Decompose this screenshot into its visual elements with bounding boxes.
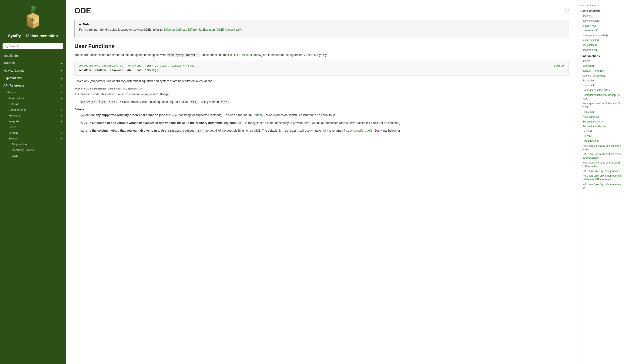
classify-code: classify_ode(eq, f(x))	[167, 129, 206, 133]
toc-nth-linear-const-hom[interactable]: NthLinearConstantCoeffHomogeneous	[580, 144, 621, 152]
nav-tutorials[interactable]: Tutorials ▸	[0, 59, 66, 67]
eq-code3: eq	[237, 121, 243, 125]
toc-infinitesimals[interactable]: infinitesimals()	[580, 38, 621, 43]
sidebar-title: SymPy 1.12 documentation	[8, 34, 58, 38]
nav-basics[interactable]: Basics ▾	[0, 89, 66, 96]
dsolve-signature: sympy.solvers.ode.dsolve(eq, func=None, …	[75, 61, 569, 76]
user-functions-heading: User Functions	[75, 43, 569, 50]
svg-point-9	[32, 7, 33, 7]
hint-functions-link[interactable]: Hint Functions	[233, 53, 252, 56]
fx-code: f(x)	[190, 100, 198, 104]
nav-integrals[interactable]: Integrals ▸	[0, 118, 66, 124]
nav-simplify[interactable]: Simplify ▸	[0, 130, 66, 136]
nav-installation[interactable]: Installation	[0, 52, 66, 59]
toc-firstexact[interactable]: FirstExact	[580, 83, 621, 88]
code-green-1: sympy.solvers.ode.dsolve(eq, func=None, …	[78, 64, 195, 67]
fx-detail: f(x)	[79, 121, 88, 125]
table-of-contents: ON THIS PAGE User Functions dsolve() dso…	[577, 0, 624, 364]
import-code: from sympy import *	[167, 53, 200, 57]
ode-code: ode	[171, 114, 178, 117]
toc-bernoulli[interactable]: Bernoulli	[580, 129, 621, 134]
nav-inequality-solvers[interactable]: Inequality Solvers	[0, 147, 66, 153]
toc-hom-coeff-subs-indep[interactable]: HomogeneousCoeffSubsIndepDivDep	[580, 101, 621, 110]
toc-hom-coeff-subs-dep[interactable]: HomogeneousCoeffSubsDepDivIndep	[580, 93, 621, 101]
page-title: ODE	[75, 6, 569, 15]
toc-constant-renumber[interactable]: constant_renumber()	[580, 68, 621, 73]
zero-code: 0	[332, 114, 336, 117]
toc-ode-sol-simplicity[interactable]: ode_sol_simplicity()	[580, 73, 621, 78]
hint-detail: hint	[79, 129, 88, 133]
single-ode-label: FOR SINGLE ORDINARY DIFFERENTIAL EQUATIO…	[75, 87, 569, 90]
toc-user-functions-label: User Functions	[580, 9, 621, 13]
toc-nth-linear-const-var[interactable]: NthLinearConstantCoeffVariationOfParamet…	[580, 160, 621, 169]
code-line2: ics=None, xi=None, eta=None, x0=0, n=6, …	[78, 69, 160, 72]
equality-link[interactable]: Equality	[253, 113, 263, 117]
toc-classify-ode[interactable]: classify_ode()	[580, 23, 621, 28]
source-link[interactable]: [source]	[552, 64, 566, 68]
search-icon: 🔍	[5, 45, 8, 48]
toc-factorable[interactable]: Factorable	[580, 78, 621, 83]
nav-how-to-guides[interactable]: How-to Guides ▸	[0, 67, 66, 74]
toc-homogeneous-order[interactable]: homogeneous_order()	[580, 33, 621, 38]
toc-nth-euler-nonhom[interactable]: NthLinearEulerEqNonhomogeneous	[580, 182, 621, 190]
nav-api-reference[interactable]: API Reference ▾	[0, 82, 66, 89]
chevron-tutorials: ▸	[61, 62, 63, 65]
toc-checkinfsol[interactable]: checkinfsol()	[580, 43, 621, 48]
toc-nth-linear-const-undet[interactable]: NthLinearConstantCoeffUnderminedCoeffici…	[580, 152, 621, 160]
toc-checkodesol[interactable]: checkodesol()	[580, 28, 621, 33]
nav-assumptions[interactable]: Assumptions ▸	[0, 96, 66, 101]
sidebar: S SymPy 1.12 documentation 🔍 Installatio…	[0, 0, 66, 364]
toc-second-linear-bessel[interactable]: SecondLinearBessel	[580, 124, 621, 129]
chevron-assumptions: ▸	[61, 97, 63, 100]
toc-allhints[interactable]: allhints	[580, 59, 621, 64]
user-functions-desc: These are functions that are imported in…	[75, 52, 569, 58]
eq-code2: eq	[169, 100, 174, 104]
nav-calculus[interactable]: Calculus	[0, 101, 66, 107]
eq-detail: eq	[79, 114, 85, 117]
chevron-explanations: ▸	[61, 77, 63, 79]
nav-combinatorics[interactable]: Combinatorics ▸	[0, 107, 66, 113]
toc-first-linear[interactable]: FirstLinear	[580, 109, 621, 114]
eq-code: eq	[144, 93, 150, 96]
logo-image: S	[19, 4, 47, 32]
usage-label: Usage	[160, 93, 169, 96]
toc-odesimp[interactable]: odesimp()	[580, 64, 621, 68]
chevron-functions: ▸	[61, 114, 63, 117]
nav-diophantine[interactable]: Diophantine	[0, 141, 66, 147]
hint-code: hint	[220, 100, 228, 104]
chevron-how-to: ▸	[61, 69, 63, 72]
ode-guide-link[interactable]: Solve an Ordinary Differential Equation …	[163, 28, 241, 31]
toc-liouville[interactable]: Liouville	[580, 134, 621, 139]
chevron-solvers: ▾	[61, 137, 63, 140]
search-input[interactable]	[10, 45, 61, 48]
toc-dsolve[interactable]: dsolve()	[580, 14, 621, 19]
chevron-basics: ▾	[61, 91, 63, 94]
details-label: Details	[75, 107, 569, 111]
note-box: ✏ Note For a beginner-friendly guide foc…	[75, 20, 569, 38]
classified-text: It is classified under this when number …	[75, 92, 569, 97]
toc-nth-euler-hom[interactable]: NthLinearEulerEqHomogeneous	[580, 169, 621, 174]
toc-riccati-special[interactable]: RiccatiSpecial	[580, 139, 621, 144]
classify-ode-link[interactable]: classify_ode()	[353, 129, 372, 132]
nav-ode[interactable]: ODE	[0, 153, 66, 159]
nav-series[interactable]: Series	[0, 124, 66, 130]
nav-solvers[interactable]: Solvers ▾	[0, 136, 66, 141]
toc-nth-euler-nonhom-var[interactable]: NthLinearEulerEqNonhomogeneousVariationO…	[580, 174, 621, 182]
chevron-integrals: ▸	[61, 120, 63, 123]
settings-icon[interactable]: ⓘ	[565, 7, 569, 12]
svg-point-10	[34, 7, 34, 7]
usage-block: dsolve(eq, f(x), hint) -> Solve ordinary…	[75, 100, 569, 104]
nav-explanations[interactable]: Explanations ▸	[0, 74, 66, 82]
main-content: ⓘ ODE ✏ Note For a beginner-friendly gui…	[66, 0, 577, 364]
toc-header: ON THIS PAGE	[580, 4, 621, 7]
svg-text:S: S	[31, 17, 34, 22]
toc-dsolve-system[interactable]: dsolve_system()	[580, 19, 621, 23]
chevron-simplify: ▸	[61, 131, 63, 134]
search-box[interactable]: 🔍	[2, 43, 63, 49]
toc-constantsimp[interactable]: constantsimp()	[580, 48, 621, 52]
note-title: ✏ Note	[79, 23, 565, 26]
toc-rational-riccati[interactable]: RationalRiccati	[580, 114, 621, 119]
toc-second-linear-airy[interactable]: SecondLinearAiry	[580, 119, 621, 124]
toc-homogeneous-coeff-best[interactable]: HomogeneousCoeffBest	[580, 88, 621, 93]
nav-functions[interactable]: Functions ▸	[0, 113, 66, 118]
